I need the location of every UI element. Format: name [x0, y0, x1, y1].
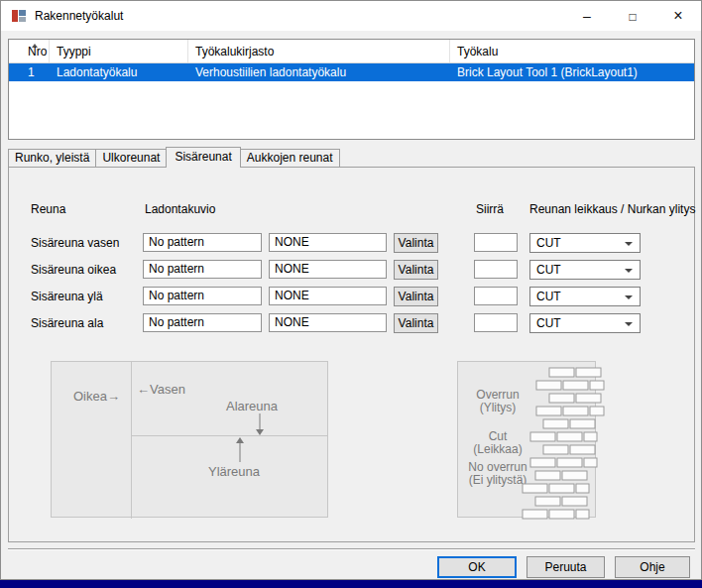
cut-overrun-diagram: Overrun (Ylitys) Cut (Leikkaa) No overru…	[457, 361, 596, 518]
cell-tyyppi: Ladontatyökalu	[50, 63, 188, 81]
pattern-library-field[interactable]: NONE	[269, 287, 387, 305]
form-row-sisareuna-oikea: Sisäreuna oikea No pattern NONE Valinta …	[1, 260, 702, 280]
valinta-button[interactable]: Valinta	[394, 313, 438, 333]
cut-overrun-select[interactable]: CUT	[529, 233, 641, 253]
minimize-button[interactable]: –	[564, 1, 610, 31]
column-label: Tyyppi	[57, 45, 91, 59]
tab-sisareunat[interactable]: Sisäreunat	[166, 147, 240, 168]
column-header-tyokalu[interactable]: Työkalu	[450, 40, 694, 62]
column-header-nro[interactable]: Nro	[9, 40, 50, 62]
window-controls: – □ ×	[564, 1, 701, 31]
pattern-library-field[interactable]: NONE	[269, 260, 387, 279]
tab-runko-yleista[interactable]: Runko, yleistä	[8, 149, 96, 167]
cut-overrun-select[interactable]: CUT	[529, 260, 641, 280]
valinta-button[interactable]: Valinta	[394, 233, 438, 253]
maximize-icon: □	[629, 10, 636, 24]
footer-separator	[8, 548, 695, 550]
column-label: Työkalukirjasto	[195, 45, 274, 59]
cell-tyokalu: Brick Layout Tool 1 (BrickLayout1)	[450, 63, 694, 81]
close-icon: ×	[673, 7, 682, 24]
header-ladontakuvio: Ladontakuvio	[145, 202, 215, 216]
maximize-button[interactable]: □	[610, 1, 655, 31]
table-header: Nro Tyyppi Työkalukirjasto Työkalu	[9, 40, 694, 63]
pattern-name-field[interactable]: No pattern	[143, 233, 262, 252]
chevron-down-icon	[625, 242, 633, 246]
siirra-input[interactable]	[474, 287, 518, 305]
window-title: Rakennetyökalut	[35, 1, 123, 31]
column-label: Työkalu	[457, 45, 498, 59]
tab-ulkoreunat[interactable]: Ulkoreunat	[95, 149, 167, 167]
app-icon	[11, 8, 27, 24]
valinta-button[interactable]: Valinta	[394, 260, 438, 280]
valinta-button[interactable]: Valinta	[394, 287, 438, 306]
cut-overrun-select[interactable]: CUT	[529, 313, 641, 333]
edge-arrows	[52, 362, 329, 519]
select-value: CUT	[536, 314, 561, 332]
dialog-rakennetyokalut: Rakennetyökalut – □ × Nro Tyyppi Työkalu…	[0, 0, 702, 580]
header-reuna: Reuna	[31, 202, 65, 216]
cancel-button[interactable]: Peruuta	[526, 556, 605, 578]
select-value: CUT	[536, 288, 561, 305]
siirra-input[interactable]	[474, 233, 518, 252]
brick-pattern-illustration	[458, 362, 607, 519]
select-value: CUT	[536, 234, 561, 252]
chevron-down-icon	[625, 269, 633, 273]
close-button[interactable]: ×	[655, 1, 701, 31]
column-header-tyokalukirjasto[interactable]: Työkalukirjasto	[188, 40, 450, 62]
siirra-input[interactable]	[474, 260, 518, 279]
screen: Rakennetyökalut – □ × Nro Tyyppi Työkalu…	[0, 0, 702, 588]
pattern-library-field[interactable]: NONE	[269, 313, 387, 332]
ok-button[interactable]: OK	[437, 556, 517, 578]
form-row-sisareuna-vasen: Sisäreuna vasen No pattern NONE Valinta …	[1, 233, 702, 253]
tool-table: Nro Tyyppi Työkalukirjasto Työkalu 1 Lad…	[8, 39, 695, 140]
pattern-name-field[interactable]: No pattern	[143, 287, 262, 305]
pattern-library-field[interactable]: NONE	[269, 233, 387, 252]
chevron-down-icon	[625, 322, 633, 326]
column-header-tyyppi[interactable]: Tyyppi	[50, 40, 188, 62]
minimize-icon: –	[583, 8, 591, 24]
table-row[interactable]: 1 Ladontatyökalu Verhoustiilien ladontat…	[9, 63, 694, 81]
tab-aukkojen-reunat[interactable]: Aukkojen reunat	[240, 149, 340, 167]
pattern-name-field[interactable]: No pattern	[143, 260, 262, 279]
cut-overrun-select[interactable]: CUT	[529, 287, 641, 306]
row-label: Sisäreuna ala	[31, 316, 103, 330]
help-button[interactable]: Ohje	[615, 556, 690, 578]
form-row-sisareuna-ala: Sisäreuna ala No pattern NONE Valinta CU…	[1, 313, 702, 333]
select-value: CUT	[536, 261, 561, 279]
row-label: Sisäreuna vasen	[31, 236, 119, 250]
desktop-edge	[0, 580, 702, 588]
row-label: Sisäreuna oikea	[31, 263, 116, 277]
header-siirra: Siirrä	[476, 202, 504, 216]
chevron-down-icon	[625, 295, 633, 299]
cell-nro: 1	[9, 63, 50, 81]
row-label: Sisäreuna ylä	[31, 290, 103, 303]
cell-tyokalukirjasto: Verhoustiilien ladontatyökalu	[188, 63, 450, 81]
column-label: Nro	[28, 45, 47, 59]
titlebar[interactable]: Rakennetyökalut – □ ×	[1, 1, 701, 31]
tab-strip: Runko, yleistä Ulkoreunat Sisäreunat Auk…	[8, 147, 339, 168]
edge-diagram: Oikea→ ←Vasen Alareuna Yläreuna	[51, 361, 328, 518]
siirra-input[interactable]	[474, 313, 518, 332]
pattern-name-field[interactable]: No pattern	[143, 313, 262, 332]
header-reunan-leikkaus: Reunan leikkaus / Nurkan ylitys	[529, 202, 695, 216]
form-row-sisareuna-yla: Sisäreuna ylä No pattern NONE Valinta CU…	[1, 287, 702, 306]
